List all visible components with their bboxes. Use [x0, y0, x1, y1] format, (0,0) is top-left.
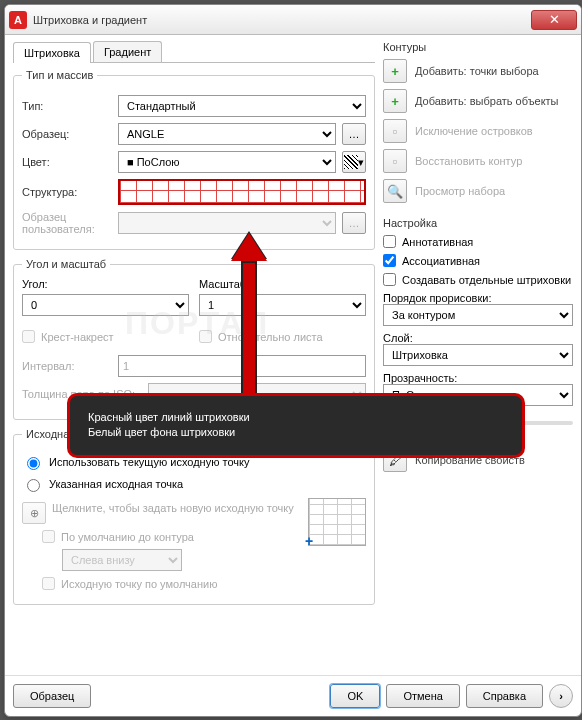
userpattern-select	[118, 212, 336, 234]
origin-specified-label: Указанная исходная точка	[49, 478, 183, 490]
callout-line1: Красный цвет линий штриховки	[88, 410, 504, 425]
tab-hatch[interactable]: Штриховка	[13, 42, 91, 63]
hatch-swatch-icon	[344, 155, 358, 169]
layer-label: Слой:	[383, 332, 573, 344]
default-to-label: По умолчанию до контура	[61, 531, 194, 543]
structure-preview[interactable]	[118, 179, 366, 205]
origin-current-label: Использовать текущую исходную точку	[49, 456, 249, 468]
default-origin-checkbox	[42, 577, 55, 590]
default-to-checkbox	[42, 530, 55, 543]
help-button[interactable]: Справка	[466, 684, 543, 708]
scale-select[interactable]: 1	[199, 294, 366, 316]
restore-icon: ▫	[383, 149, 407, 173]
contours-section: Контуры +Добавить: точки выбора +Добавит…	[383, 41, 573, 203]
color-label: Цвет:	[22, 156, 112, 168]
color-bg-button[interactable]: ▾	[342, 151, 366, 173]
relative-checkbox	[199, 330, 212, 343]
interval-label: Интервал:	[22, 360, 112, 372]
origin-position-select: Слева внизу	[62, 549, 182, 571]
exclude-label: Исключение островков	[415, 125, 533, 137]
transparency-label: Прозрачность:	[383, 372, 573, 384]
origin-preview	[308, 498, 366, 546]
type-legend: Тип и массив	[22, 69, 97, 81]
preview-button[interactable]: Образец	[13, 684, 91, 708]
angle-legend: Угол и масштаб	[22, 258, 110, 270]
footer: Образец OK Отмена Справка ›	[5, 675, 581, 716]
angle-label: Угол:	[22, 278, 189, 290]
origin-specified-radio[interactable]	[27, 479, 40, 492]
pick-origin-hint: Щелкните, чтобы задать новую исходную то…	[52, 502, 294, 514]
layer-select[interactable]: Штриховка	[383, 344, 573, 366]
color-select[interactable]: ■ ПоСлою	[118, 151, 336, 173]
window-title: Штриховка и градиент	[33, 14, 531, 26]
callout-box: Красный цвет линий штриховки Белый цвет …	[67, 393, 525, 458]
associative-label: Ассоциативная	[402, 255, 480, 267]
structure-label: Структура:	[22, 186, 112, 198]
scale-label: Масштаб:	[199, 278, 366, 290]
restore-label: Восстановить контур	[415, 155, 522, 167]
tab-gradient[interactable]: Градиент	[93, 41, 162, 62]
expand-button[interactable]: ›	[549, 684, 573, 708]
settings-title: Настройка	[383, 217, 573, 229]
add-points-icon[interactable]: +	[383, 59, 407, 83]
separate-label: Создавать отдельные штриховки	[402, 274, 571, 286]
associative-checkbox[interactable]	[383, 254, 396, 267]
add-select-label[interactable]: Добавить: выбрать объекты	[415, 95, 559, 107]
viewset-label: Просмотр набора	[415, 185, 505, 197]
userpattern-label: Образец пользователя:	[22, 211, 112, 235]
app-icon: A	[9, 11, 27, 29]
type-section: Тип и массив Тип: Стандартный Образец: A…	[13, 69, 375, 250]
dialog-window: A Штриховка и градиент ✕ Штриховка Гради…	[4, 4, 582, 717]
viewset-icon: 🔍	[383, 179, 407, 203]
pattern-select[interactable]: ANGLE	[118, 123, 336, 145]
order-select[interactable]: За контуром	[383, 304, 573, 326]
cross-checkbox	[22, 330, 35, 343]
annotative-label: Аннотативная	[402, 236, 473, 248]
titlebar: A Штриховка и градиент ✕	[5, 5, 581, 35]
cancel-button[interactable]: Отмена	[386, 684, 459, 708]
userpattern-browse-button: …	[342, 212, 366, 234]
exclude-icon: ▫	[383, 119, 407, 143]
contours-title: Контуры	[383, 41, 573, 53]
ok-button[interactable]: OK	[330, 684, 380, 708]
cross-label: Крест-накрест	[41, 331, 114, 343]
callout-line2: Белый цвет фона штриховки	[88, 425, 504, 440]
separate-checkbox[interactable]	[383, 273, 396, 286]
type-select[interactable]: Стандартный	[118, 95, 366, 117]
pick-origin-button: ⊕	[22, 502, 46, 524]
default-origin-label: Исходную точку по умолчанию	[61, 578, 217, 590]
tab-bar: Штриховка Градиент	[13, 41, 375, 63]
pattern-label: Образец:	[22, 128, 112, 140]
origin-current-radio[interactable]	[27, 457, 40, 470]
type-label: Тип:	[22, 100, 112, 112]
annotative-checkbox[interactable]	[383, 235, 396, 248]
pattern-browse-button[interactable]: …	[342, 123, 366, 145]
order-label: Порядок прорисовки:	[383, 292, 573, 304]
add-points-label[interactable]: Добавить: точки выбора	[415, 65, 539, 77]
angle-select[interactable]: 0	[22, 294, 189, 316]
add-select-icon[interactable]: +	[383, 89, 407, 113]
close-button[interactable]: ✕	[531, 10, 577, 30]
